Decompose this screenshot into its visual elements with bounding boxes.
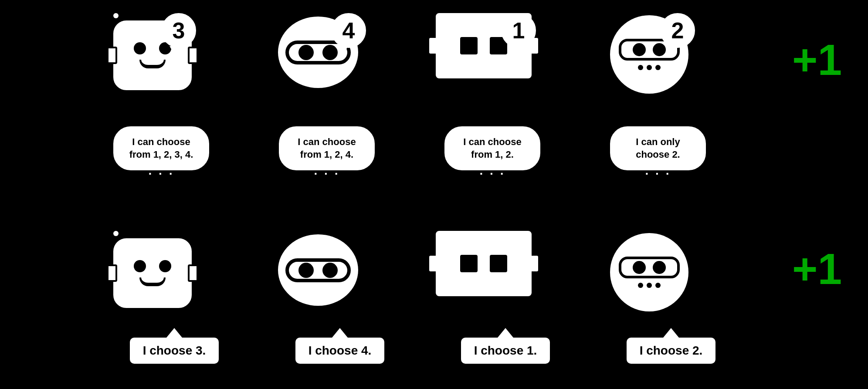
- thought-col-3: I can choose from 1, 2.: [410, 126, 575, 170]
- robot-2-wrap: 4: [275, 13, 362, 91]
- bot-robot-3-wrap: [436, 231, 532, 296]
- thought-bubble-row: I can choose from 1, 2, 3, 4. I can choo…: [0, 126, 868, 170]
- bot-robot-4-dot-2: [647, 283, 652, 288]
- choice-num-2: 4: [361, 344, 368, 357]
- robot-1-ear-left: [107, 47, 117, 64]
- plus-one-bottom: +1: [792, 244, 842, 294]
- robot-4-dot-2: [647, 65, 652, 70]
- choice-suffix-1: .: [203, 344, 206, 357]
- thought-3: I can choose from 1, 2.: [444, 126, 540, 170]
- bot-robot-3-head: [436, 231, 532, 296]
- robot-col-2: 4: [235, 13, 401, 100]
- bot-robot-col-1: [70, 231, 235, 318]
- robot-4-eye-right: [653, 43, 666, 56]
- thought-col-2: I can choose from 1, 2, 4.: [244, 126, 410, 170]
- bot-robot-3-ear-right: [529, 256, 538, 271]
- bot-robot-1-wrap: [113, 231, 192, 308]
- choice-prefix-4: I choose: [640, 344, 692, 357]
- bot-robot-2-eye-left: [298, 263, 314, 278]
- bot-robot-3-eyes: [460, 255, 507, 272]
- robot-1-ear-right: [188, 47, 198, 64]
- robot-2-eye-right: [322, 45, 338, 60]
- label-col-1: I choose 3.: [92, 338, 257, 364]
- bot-robot-4-visor: [619, 257, 680, 278]
- bot-robot-4-dots: [638, 283, 661, 288]
- bot-robot-2-eye-right: [322, 263, 338, 278]
- robot-3-number: 1: [501, 13, 536, 48]
- choice-label-row: I choose 3. I choose 4. I choose 1. I ch…: [0, 338, 868, 364]
- top-robot-row: 3 4: [0, 13, 868, 100]
- robot-1-wrap: 3: [113, 13, 192, 90]
- choice-num-3: 1: [527, 344, 534, 357]
- bot-robot-col-2: [235, 231, 401, 318]
- bot-antenna-dot-1: [113, 231, 119, 236]
- bot-robot-2-head: [275, 231, 362, 309]
- bot-robot-col-4: [566, 231, 732, 318]
- choice-suffix-2: .: [368, 344, 372, 357]
- robot-3-ear-left: [429, 38, 439, 54]
- robot-3-eyes: [460, 37, 507, 54]
- thought-col-1: I can choose from 1, 2, 3, 4.: [78, 126, 244, 170]
- label-col-4: I choose 2.: [588, 338, 754, 364]
- robot-2-number: 4: [331, 13, 366, 48]
- choice-num-1: 3: [196, 344, 203, 357]
- bot-robot-4-dot-1: [638, 283, 643, 288]
- robot-3-eye-left: [460, 37, 478, 54]
- choice-suffix-3: .: [534, 344, 537, 357]
- bot-robot-2-wrap: [275, 231, 362, 309]
- label-col-3: I choose 1.: [423, 338, 588, 364]
- choice-suffix-4: .: [699, 344, 703, 357]
- robot-4-dots: [638, 65, 661, 70]
- bot-robot-1-eyes: [134, 260, 171, 272]
- robot-4-dot-3: [655, 65, 661, 70]
- bot-robot-4-eye-left: [633, 261, 646, 274]
- robot-4-eye-left: [633, 43, 646, 56]
- choice-prefix-2: I choose: [309, 344, 361, 357]
- plus-one-top: +1: [792, 35, 842, 85]
- robot-4-number: 2: [660, 13, 695, 48]
- thought-1: I can choose from 1, 2, 3, 4.: [113, 126, 209, 170]
- robot-1-number: 3: [161, 13, 196, 48]
- bot-robot-3-eye-left: [460, 255, 478, 272]
- choice-label-4: I choose 2.: [627, 338, 716, 364]
- choice-label-3: I choose 1.: [461, 338, 550, 364]
- bot-robot-4-eye-right: [653, 261, 666, 274]
- bot-robot-1-mouth: [139, 277, 166, 286]
- robot-col-3: 1: [401, 13, 566, 100]
- bot-robot-3-eye-right: [490, 255, 507, 272]
- bot-robot-1-ear-right: [188, 264, 198, 282]
- robot-1-eyes: [134, 42, 171, 54]
- bot-robot-4-dot-3: [655, 283, 661, 288]
- thought-2: I can choose from 1, 2, 4.: [279, 126, 375, 170]
- robot-col-4: 2: [566, 13, 732, 100]
- choice-num-4: 2: [692, 344, 699, 357]
- thought-4: I can only choose 2.: [610, 126, 706, 170]
- choice-label-2: I choose 4.: [295, 338, 385, 364]
- bot-robot-4-head: [608, 231, 691, 314]
- robot-3-wrap: 1: [436, 13, 532, 78]
- robot-4-wrap: 2: [608, 13, 691, 96]
- robot-4-dot-1: [638, 65, 643, 70]
- bot-robot-1-eye-left: [134, 260, 146, 272]
- label-col-2: I choose 4.: [257, 338, 423, 364]
- robot-1-eye-left: [134, 42, 146, 54]
- antenna-dot-1: [113, 13, 119, 18]
- bot-robot-2-visor: [285, 258, 351, 282]
- scene: 3 4: [0, 0, 868, 389]
- choice-prefix-1: I choose: [143, 344, 196, 357]
- bot-robot-4-wrap: [608, 231, 691, 314]
- bot-robot-1-ear-left: [107, 264, 117, 282]
- choice-label-1: I choose 3.: [130, 338, 219, 364]
- bot-robot-1-eye-right: [159, 260, 171, 272]
- bot-robot-3-ear-left: [429, 256, 439, 271]
- robot-col-1: 3: [70, 13, 235, 100]
- bottom-robot-row: [0, 231, 868, 318]
- robot-2-eye-left: [298, 45, 314, 60]
- thought-col-4: I can only choose 2.: [575, 126, 741, 170]
- bot-robot-col-3: [401, 231, 566, 318]
- choice-prefix-3: I choose: [474, 344, 527, 357]
- bot-robot-1-head: [113, 238, 192, 308]
- robot-1-mouth: [139, 60, 166, 68]
